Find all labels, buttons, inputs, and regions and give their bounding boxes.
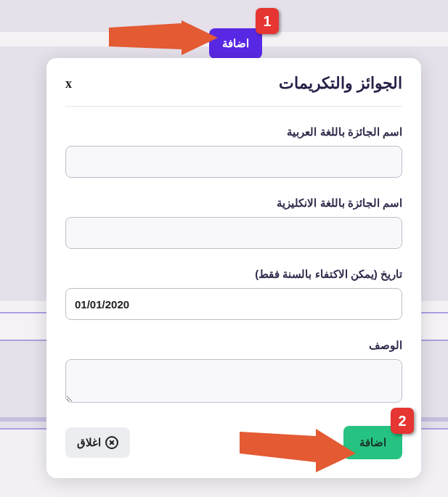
close-button[interactable]: اغلاق <box>65 427 130 458</box>
input-name-en[interactable] <box>65 217 402 249</box>
awards-modal: الجوائز والتكريمات x اسم الجائزة باللغة … <box>46 58 421 478</box>
annotation-arrow-icon <box>109 20 218 60</box>
annotation-badge-2: 2 <box>391 408 414 434</box>
label-name-ar: اسم الجائزة باللغة العربية <box>65 126 402 139</box>
field-name-en: اسم الجائزة باللغة الانكليزية <box>65 197 402 249</box>
field-desc: الوصف <box>65 339 402 406</box>
input-desc[interactable] <box>65 359 402 403</box>
label-desc: الوصف <box>65 339 402 352</box>
annotation-badge-1: 1 <box>256 8 279 34</box>
close-circle-icon <box>105 436 118 449</box>
field-name-ar: اسم الجائزة باللغة العربية <box>65 126 402 178</box>
close-button-label: اغلاق <box>77 436 101 449</box>
input-name-ar[interactable] <box>65 146 402 178</box>
modal-title: الجوائز والتكريمات <box>279 74 402 93</box>
label-name-en: اسم الجائزة باللغة الانكليزية <box>65 197 402 210</box>
modal-header: الجوائز والتكريمات x <box>65 74 402 107</box>
input-date[interactable] <box>65 288 402 320</box>
label-date: تاريخ (يمكن الاكتفاء بالسنة فقط) <box>65 268 402 281</box>
field-date: تاريخ (يمكن الاكتفاء بالسنة فقط) <box>65 268 402 320</box>
modal-close-x-button[interactable]: x <box>65 76 72 91</box>
svg-marker-1 <box>240 429 356 472</box>
annotation-arrow-icon <box>240 424 356 475</box>
svg-marker-0 <box>109 20 218 55</box>
